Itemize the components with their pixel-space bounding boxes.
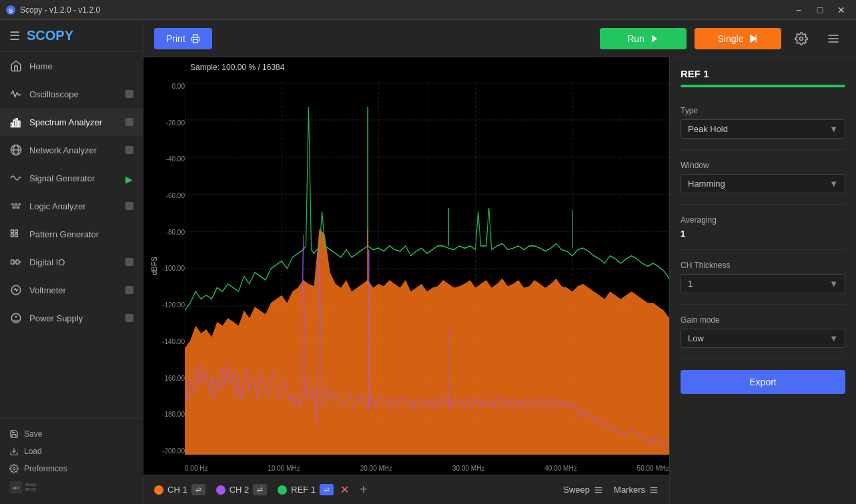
y-label-7: -140.00 (153, 338, 185, 345)
ref1-toggle-button[interactable]: ⇌ (320, 484, 334, 495)
app-container: ☰ SCOPY Home Oscilloscope (0, 20, 856, 504)
type-field: Type Peak Hold ▼ (681, 106, 845, 139)
chart-area: dBFS Sample: 100.00 % / 16384 0.00 -20.0… (143, 57, 669, 504)
svg-rect-4 (16, 119, 17, 127)
hamburger-icon[interactable]: ☰ (9, 29, 20, 43)
type-value: Peak Hold (688, 124, 728, 134)
svg-rect-11 (11, 234, 14, 237)
svg-rect-5 (19, 121, 20, 127)
svg-text:S: S (9, 7, 13, 14)
oscilloscope-icon (9, 87, 23, 101)
ch-thickness-field: CH Thickness 1 ▼ (681, 261, 845, 293)
close-button[interactable]: ✕ (832, 3, 851, 17)
maximize-button[interactable]: □ (811, 3, 829, 17)
print-button[interactable]: Print (154, 28, 212, 49)
ref1-item[interactable]: REF 1 ⇌ ✕ (278, 483, 349, 496)
sidebar-item-oscilloscope[interactable]: Oscilloscope (0, 80, 143, 108)
sidebar-item-network-analyzer[interactable]: Network Analyzer (0, 136, 143, 164)
sample-info: Sample: 100.00 % / 16384 (190, 63, 284, 72)
ref-color-bar (681, 85, 845, 87)
ch-thickness-arrow: ▼ (829, 279, 838, 289)
save-item[interactable]: Save (9, 425, 133, 443)
y-label-8: -160.00 (153, 375, 185, 382)
averaging-field: Averaging 1 (681, 215, 845, 239)
divider-4 (681, 304, 845, 305)
sidebar-item-voltmeter[interactable]: Voltmeter (0, 276, 143, 304)
ch-thickness-select[interactable]: 1 ▼ (681, 274, 845, 293)
ch1-item[interactable]: CH 1 ⇌ (154, 484, 205, 495)
window-select[interactable]: Hamming ▼ (681, 174, 845, 193)
ref-title: REF 1 (681, 68, 845, 79)
divider-5 (681, 359, 845, 359)
sweep-action[interactable]: Sweep (563, 485, 603, 495)
markers-action[interactable]: Markers (614, 485, 659, 495)
preferences-item[interactable]: Preferences (9, 460, 133, 477)
single-button[interactable]: Single (695, 28, 781, 49)
sidebar-item-signal-generator[interactable]: Signal Generator ▶ (0, 164, 143, 192)
spectrum-chart (185, 83, 669, 455)
svg-rect-26 (193, 39, 197, 43)
y-label-3: -60.00 (153, 192, 185, 199)
voltmeter-badge (125, 286, 133, 294)
sidebar-item-pattern-generator[interactable]: Pattern Generator (0, 220, 143, 248)
x-label-5: 50.00 MHz (637, 465, 669, 472)
ch1-settings-button[interactable]: ⇌ (191, 484, 205, 495)
logo: SCOPY (27, 28, 73, 43)
type-select[interactable]: Peak Hold ▼ (681, 119, 845, 139)
averaging-value: 1 (681, 229, 845, 239)
svg-text:ANALOG: ANALOG (25, 483, 36, 487)
svg-marker-28 (751, 35, 756, 42)
settings-icon-button[interactable] (789, 27, 813, 51)
type-select-arrow: ▼ (829, 124, 838, 134)
y-label-1: -20.00 (153, 119, 185, 127)
channel-bar: CH 1 ⇌ CH 2 ⇌ REF 1 ⇌ ✕ + (143, 475, 669, 504)
window-field: Window Hamming ▼ (681, 161, 845, 193)
svg-rect-13 (11, 260, 15, 264)
x-label-3: 30.00 MHz (452, 465, 484, 472)
svg-rect-2 (11, 123, 13, 127)
y-label-10: -200.00 (153, 447, 185, 455)
toolbar: Print Run Single (143, 20, 856, 57)
y-axis-label: dBFS (150, 257, 158, 275)
sidebar-header: ☰ SCOPY (0, 20, 143, 52)
ch-thickness-value: 1 (688, 279, 693, 289)
ref-header: REF 1 (681, 68, 845, 95)
ch-thickness-label: CH Thickness (681, 261, 845, 270)
titlebar: S Scopy - v1.2.0 - v1.2.0 − □ ✕ (0, 0, 856, 20)
menu-icon-button[interactable] (821, 27, 845, 51)
logic-label: Logic Analyzer (29, 201, 119, 211)
export-button[interactable]: Export (681, 370, 845, 394)
sidebar-item-spectrum-analyzer[interactable]: Spectrum Analyzer (0, 108, 143, 136)
network-label: Network Analyzer (29, 145, 119, 155)
pattern-icon (9, 227, 23, 241)
spectrum-icon (9, 115, 23, 129)
ref1-close-button[interactable]: ✕ (340, 483, 349, 496)
ch2-settings-button[interactable]: ⇌ (253, 484, 267, 495)
y-label-2: -40.00 (153, 155, 185, 163)
sidebar-item-home[interactable]: Home (0, 52, 143, 80)
minimize-button[interactable]: − (789, 3, 808, 17)
svg-text:DEVICES: DEVICES (25, 488, 36, 491)
x-label-4: 40.00 MHz (544, 465, 576, 472)
markers-label: Markers (614, 485, 645, 495)
run-button[interactable]: Run (600, 28, 687, 49)
window-value: Hamming (688, 179, 725, 189)
sidebar-item-power-supply[interactable]: Power Supply (0, 304, 143, 332)
oscilloscope-badge (125, 90, 133, 98)
add-channel-button[interactable]: + (360, 482, 368, 497)
sidebar-item-logic-analyzer[interactable]: Logic Analyzer (0, 192, 143, 220)
gain-mode-select[interactable]: Low ▼ (681, 329, 845, 348)
home-icon (9, 59, 23, 73)
ref1-color (278, 485, 287, 495)
signal-badge: ▶ (125, 174, 133, 182)
save-label: Save (24, 429, 42, 439)
window-label: Window (681, 161, 845, 170)
ch2-item[interactable]: CH 2 ⇌ (216, 484, 268, 495)
svg-marker-27 (652, 35, 657, 42)
divider-1 (681, 149, 845, 150)
load-item[interactable]: Load (9, 443, 133, 460)
gain-mode-field: Gain mode Low ▼ (681, 315, 845, 348)
channel-right-actions: Sweep Markers (563, 485, 659, 495)
sidebar-item-digital-io[interactable]: Digital IO (0, 248, 143, 276)
divider-2 (681, 204, 845, 205)
